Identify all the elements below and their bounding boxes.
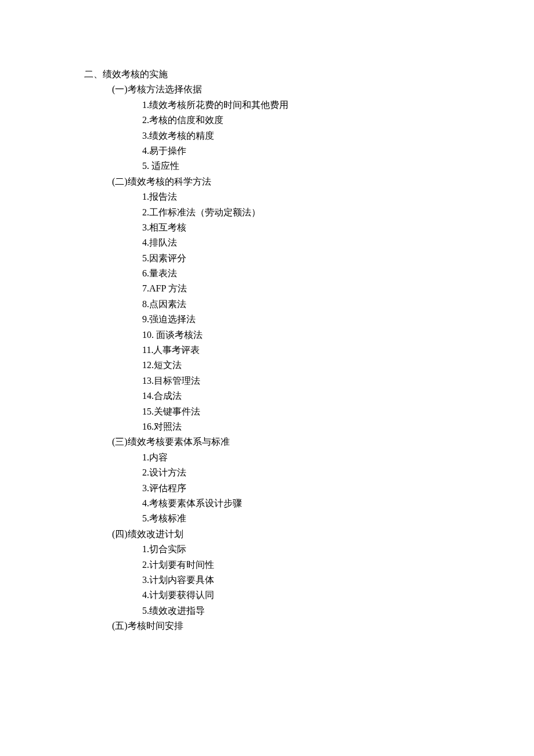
section-title-2: (二)绩效考核的科学方法 [112, 174, 534, 189]
list-item: 3.相互考核 [142, 220, 534, 235]
list-item: 1.内容 [142, 450, 534, 465]
list-item: 15.关键事件法 [142, 404, 534, 419]
list-item: 4.计划要获得认同 [142, 588, 534, 603]
list-item: 12.短文法 [142, 358, 534, 373]
list-item: 5.绩效改进指导 [142, 603, 534, 618]
list-item: 1.切合实际 [142, 542, 534, 557]
list-item: 8.点因素法 [142, 297, 534, 312]
list-item: 7.AFP 方法 [142, 281, 534, 296]
section-title-3: (三)绩效考核要素体系与标准 [112, 434, 534, 449]
list-item: 2.计划要有时间性 [142, 557, 534, 573]
list-item: 4.考核要素体系设计步骤 [142, 496, 534, 511]
list-item: 1.报告法 [142, 189, 534, 204]
section-title-1: (一)考核方法选择依据 [112, 82, 534, 97]
list-item: 1.绩效考核所花费的时间和其他费用 [142, 98, 534, 113]
list-item: 2.工作标准法（劳动定额法） [142, 205, 534, 220]
list-item: 9.强迫选择法 [142, 312, 534, 327]
main-heading: 二、绩效考核的实施 [84, 67, 534, 82]
list-item: 11.人事考评表 [142, 343, 534, 358]
section-title-5: (五)考核时间安排 [112, 618, 534, 633]
section-title-4: (四)绩效改进计划 [112, 527, 534, 542]
list-item: 4.易于操作 [142, 143, 534, 159]
list-item: 5.考核标准 [142, 511, 534, 526]
list-item: 10. 面谈考核法 [142, 327, 534, 343]
list-item: 3.评估程序 [142, 481, 534, 496]
list-item: 16.对照法 [142, 419, 534, 434]
list-item: 4.排队法 [142, 235, 534, 250]
list-item: 14.合成法 [142, 388, 534, 404]
list-item: 3.计划内容要具体 [142, 573, 534, 588]
list-item: 5.因素评分 [142, 251, 534, 266]
list-item: 2.考核的信度和效度 [142, 113, 534, 128]
list-item: 13.目标管理法 [142, 373, 534, 388]
list-item: 2.设计方法 [142, 465, 534, 480]
list-item: 5. 适应性 [142, 159, 534, 174]
list-item: 3.绩效考核的精度 [142, 128, 534, 143]
list-item: 6.量表法 [142, 266, 534, 281]
